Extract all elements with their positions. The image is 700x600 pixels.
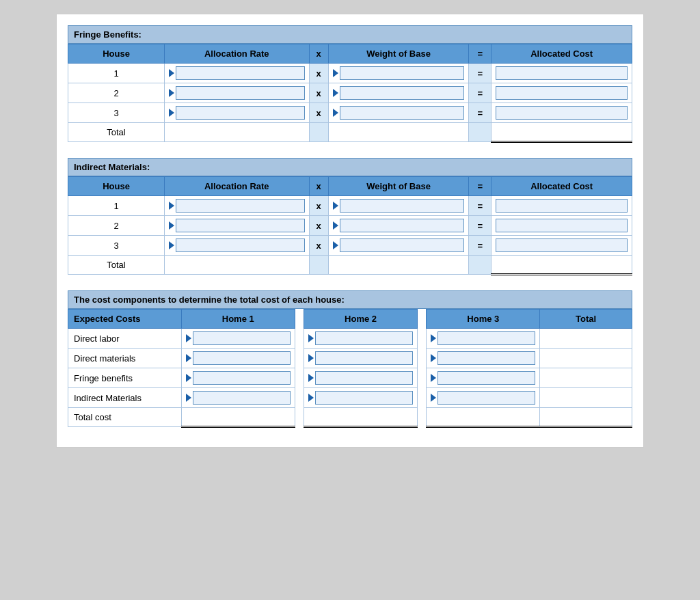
- indirect-materials-home3[interactable]: [427, 388, 540, 408]
- fringe-weight-base-2[interactable]: [328, 83, 469, 103]
- fringe-allocation-rate-header: Allocation Rate: [165, 44, 310, 64]
- indirect-allocated-cost-3[interactable]: [492, 236, 632, 256]
- direct-materials-row: Direct materials: [68, 349, 632, 368]
- fringe-weight-base-3[interactable]: [328, 103, 469, 123]
- direct-materials-arrow-h3: [431, 354, 436, 362]
- direct-materials-total[interactable]: [540, 349, 632, 368]
- fringe-allocated-cost-header: Allocated Cost: [492, 44, 632, 64]
- spacer-dm-2: [417, 349, 426, 368]
- fringe-allocated-cost-1[interactable]: [492, 64, 632, 83]
- fringe-benefits-arrow-h2: [308, 374, 314, 382]
- home3-header: Home 3: [427, 310, 540, 329]
- total-cost-home2[interactable]: [304, 408, 418, 427]
- fringe-benefits-table: House Allocation Rate x Weight of Base =…: [68, 44, 632, 143]
- fringe-house-2: 2: [68, 83, 165, 103]
- spacer-fb-1: [295, 368, 304, 388]
- indirect-total-alloc[interactable]: [165, 256, 310, 275]
- fringe-row-3: 3 x =: [68, 103, 632, 123]
- fringe-equals-header: =: [469, 44, 492, 64]
- indirect-materials-arrow-h2: [308, 394, 314, 402]
- indirect-total-row: Total: [68, 256, 632, 275]
- indirect-total-weight[interactable]: [328, 256, 469, 275]
- total-cost-total[interactable]: [540, 408, 632, 427]
- fringe-benefits-title: Fringe Benefits:: [68, 25, 632, 44]
- fringe-benefits-arrow-h3: [431, 374, 436, 382]
- indirect-allocation-rate-2[interactable]: [165, 216, 310, 236]
- direct-labor-home3[interactable]: [427, 329, 540, 349]
- indirect-weight-base-1[interactable]: [328, 196, 469, 216]
- spacer-2: [68, 284, 632, 290]
- fringe-total-eq: [469, 123, 492, 142]
- fringe-benefits-home1[interactable]: [181, 368, 295, 388]
- fringe-arrow-weight-2: [333, 89, 338, 97]
- indirect-allocated-cost-2[interactable]: [492, 216, 632, 236]
- indirect-allocated-cost-1[interactable]: [492, 196, 632, 216]
- direct-labor-arrow-h2: [308, 334, 314, 342]
- fringe-row-1: 1 x =: [68, 64, 632, 83]
- fringe-weight-base-1[interactable]: [328, 64, 469, 83]
- fringe-total-weight[interactable]: [328, 123, 469, 142]
- direct-labor-arrow-h3: [431, 334, 436, 342]
- expected-costs-header: Expected Costs: [68, 310, 182, 329]
- direct-materials-home2[interactable]: [304, 349, 418, 368]
- indirect-weight-base-3[interactable]: [328, 236, 469, 256]
- indirect-total-eq: [469, 256, 492, 275]
- indirect-total-allocated-cost[interactable]: [492, 256, 632, 275]
- indirect-materials-row-label: Indirect Materials: [68, 388, 182, 408]
- indirect-materials-home1[interactable]: [181, 388, 295, 408]
- direct-labor-home2[interactable]: [304, 329, 418, 349]
- fringe-total-x: [309, 123, 328, 142]
- total-cost-home3[interactable]: [427, 408, 540, 427]
- home1-header: Home 1: [181, 310, 295, 329]
- indirect-eq-2: =: [469, 216, 492, 236]
- direct-labor-row: Direct labor: [68, 329, 632, 349]
- cost-components-title: The cost components to determine the tot…: [68, 290, 632, 309]
- indirect-materials-row: Indirect Materials: [68, 388, 632, 408]
- indirect-total-x: [309, 256, 328, 275]
- indirect-weight-base-2[interactable]: [328, 216, 469, 236]
- spacer-im-1: [295, 388, 304, 408]
- fringe-total-row: Total: [68, 123, 632, 142]
- fringe-allocation-rate-2[interactable]: [165, 83, 310, 103]
- indirect-arrow-weight-1: [333, 202, 338, 210]
- spacer-col-2: [417, 310, 426, 329]
- fringe-benefits-home2[interactable]: [304, 368, 418, 388]
- indirect-materials-home2[interactable]: [304, 388, 418, 408]
- indirect-equals-header: =: [469, 177, 492, 196]
- direct-materials-home3[interactable]: [427, 349, 540, 368]
- direct-labor-home1[interactable]: [181, 329, 295, 349]
- indirect-house-header: House: [68, 177, 165, 196]
- fringe-benefits-home3[interactable]: [427, 368, 540, 388]
- indirect-arrow-alloc-2: [169, 221, 174, 230]
- total-header: Total: [540, 310, 632, 329]
- fringe-allocation-rate-1[interactable]: [165, 64, 310, 83]
- fringe-total-alloc[interactable]: [165, 123, 310, 142]
- indirect-house-2: 2: [68, 216, 165, 236]
- total-cost-row: Total cost: [68, 408, 632, 427]
- indirect-allocation-rate-3[interactable]: [165, 236, 310, 256]
- indirect-materials-total[interactable]: [540, 388, 632, 408]
- fringe-allocation-rate-3[interactable]: [165, 103, 310, 123]
- fringe-eq-2: =: [469, 83, 492, 103]
- fringe-eq-3: =: [469, 103, 492, 123]
- fringe-row-2: 2 x =: [68, 83, 632, 103]
- indirect-arrow-weight-2: [333, 221, 338, 230]
- page: Fringe Benefits: House Allocation Rate x…: [56, 14, 644, 448]
- spacer-col-1: [295, 310, 304, 329]
- direct-labor-total[interactable]: [540, 329, 632, 349]
- total-cost-home1[interactable]: [181, 408, 295, 427]
- direct-materials-arrow-h2: [308, 354, 314, 362]
- fringe-benefits-row-label: Fringe benefits: [68, 368, 182, 388]
- indirect-arrow-alloc-3: [169, 241, 174, 249]
- fringe-allocated-cost-2[interactable]: [492, 83, 632, 103]
- fringe-total-allocated-cost[interactable]: [492, 123, 632, 142]
- indirect-row-1: 1 x =: [68, 196, 632, 216]
- spacer-1: [68, 151, 632, 158]
- spacer-tc-2: [417, 408, 426, 427]
- fringe-benefits-row: Fringe benefits: [68, 368, 632, 388]
- direct-materials-home1[interactable]: [181, 349, 295, 368]
- fringe-allocated-cost-3[interactable]: [492, 103, 632, 123]
- indirect-allocation-rate-1[interactable]: [165, 196, 310, 216]
- fringe-benefits-total[interactable]: [540, 368, 632, 388]
- fringe-arrow-alloc-1: [169, 69, 174, 77]
